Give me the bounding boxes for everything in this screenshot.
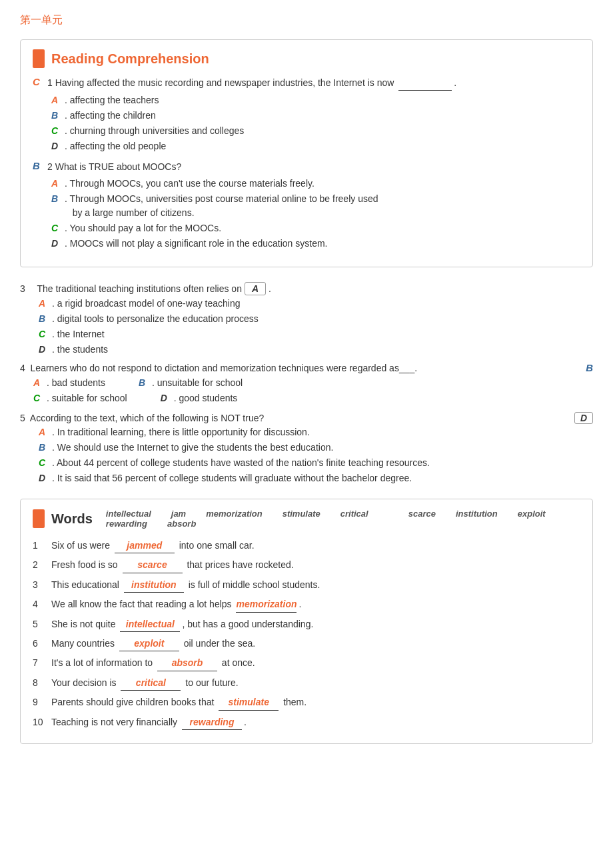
q2-option-c: C . You should pay a lot for the MOOCs. [51,221,580,235]
opt-b-letter: B [139,376,149,390]
ex-text-3: This educational institution is full of … [51,577,320,593]
ex-num-5: 5 [33,619,51,629]
word-ex-7: 7 It's a lot of information to absorb at… [33,655,580,671]
vocab-institution: institution [456,509,498,519]
q3-option-a: A . a rigid broadcast model of one-way t… [39,297,593,311]
q1-answer: C [33,76,45,87]
q1-option-d: D . affecting the old people [51,139,580,153]
opt-c-letter: C [39,327,49,341]
q4-option-c: C . suitable for school [33,391,127,405]
ex-num-4: 4 [33,599,51,609]
q4-answer: B [586,362,593,373]
opt-a-letter: A [51,177,62,191]
ex-text-10: Teaching is not very financially rewardi… [51,715,247,730]
q1-options: A . affecting the teachers B . affecting… [51,93,580,153]
opt-d-letter: D [51,237,62,251]
q4-option-a: A . bad students [33,376,105,390]
opt-b-text: . unsuitable for school [152,376,243,390]
q1-stem-text: 1 Having affected the music recording an… [47,76,456,91]
opt-c-text: . You should pay a lot for the MOOCs. [65,221,221,235]
ex-text-9: Parents should give children books that … [51,695,306,710]
word-ex-4: 4 We all know the fact that reading a lo… [33,597,580,612]
ex-fill-3: institution [124,577,184,593]
ex-num-1: 1 [33,540,51,551]
opt-d-text: . the students [52,343,108,357]
word-ex-10: 10 Teaching is not very financially rewa… [33,715,580,730]
opt-d-text: . good students [174,391,238,405]
opt-a-text: . a rigid broadcast model of one-way tea… [52,297,241,311]
ex-fill-5: intellectual [120,617,180,632]
chinese-title: 第一单元 [20,13,593,27]
question-4: 4 Learners who do not respond to dictati… [20,362,593,407]
q5-option-b: B . We should use the Internet to give t… [39,441,593,455]
reading-section: Reading Comprehension C 1 Having affecte… [20,39,593,267]
words-title: Words [51,511,93,527]
opt-d-text: . It is said that 56 percent of college … [52,471,412,485]
q1-option-a: A . affecting the teachers [51,93,580,107]
opt-a-letter: A [33,376,44,390]
q5-option-c: C . About 44 percent of college students… [39,456,593,470]
q4-options-2: C . suitable for school D . good student… [33,391,593,407]
opt-b-text: . We should use the Internet to give the… [52,441,333,455]
vocab-memorization: memorization [206,509,263,519]
vocab-absorb: absorb [167,519,196,529]
opt-c-text: . suitable for school [47,391,127,405]
opt-a-text: . bad students [47,376,105,390]
opt-b-text: . affecting the children [65,109,156,123]
ex-fill-6: exploit [119,636,179,651]
ex-num-2: 2 [33,559,51,570]
q5-options: A . In traditional learning, there is li… [39,425,593,485]
vocab-scarce: scarce [408,509,436,519]
question-2: B 2 What is TRUE about MOOCs? A . Throug… [33,160,580,251]
opt-c-letter: C [51,124,62,138]
q4-stem: 4 Learners who do not respond to dictati… [20,363,417,373]
opt-b-text: . digital tools to personalize the educa… [52,312,259,326]
vocab-exploit: exploit [518,509,546,519]
question-3: 3 The traditional teaching institutions … [20,282,593,357]
vocab-critical: critical [340,509,368,519]
ex-num-8: 8 [33,677,51,688]
opt-a-text: . In traditional learning, there is litt… [52,425,310,439]
words-vocab: intellectual jam memorization stimulate … [106,509,580,529]
ex-text-6: Many countries exploit oil under the sea… [51,636,255,651]
opt-b-letter: B [51,192,62,206]
q2-stem-row: B 2 What is TRUE about MOOCs? [33,160,580,174]
q5-stem: 5 According to the text, which of the fo… [20,413,264,423]
opt-c-letter: C [51,221,62,235]
vocab-rewarding: rewarding [106,519,147,529]
ex-num-6: 6 [33,638,51,649]
questions-3-5-section: 3 The traditional teaching institutions … [20,282,593,485]
q2-options: A . Through MOOCs, you can't use the cou… [51,177,580,251]
opt-a-text: . Through MOOCs, you can't use the cours… [65,177,314,191]
section-header: Reading Comprehension [33,49,580,68]
q3-answer: A [245,282,266,295]
q3-num: 3 [20,283,32,294]
ex-text-2: Fresh food is so scarce that prices have… [51,557,294,573]
word-ex-3: 3 This educational institution is full o… [33,577,580,593]
q1-stem-row: C 1 Having affected the music recording … [33,76,580,91]
opt-b-letter: B [39,441,49,455]
ex-fill-8: critical [121,675,181,691]
words-header: Words intellectual jam memorization stim… [33,509,580,529]
opt-d-letter: D [39,343,49,357]
opt-a-letter: A [39,425,49,439]
ex-fill-7: absorb [157,655,217,671]
ex-num-3: 3 [33,579,51,590]
ex-fill-1: jammed [115,538,175,553]
word-ex-1: 1 Six of us were jammed into one small c… [33,538,580,553]
q4-option-d: D . good students [161,391,238,405]
ex-text-8: Your decision is critical to our future. [51,675,239,691]
word-ex-2: 2 Fresh food is so scarce that prices ha… [33,557,580,573]
ex-fill-9: stimulate [219,695,279,710]
q2-option-b: B . Through MOOCs, universities post cou… [51,192,580,220]
q4-option-b: B . unsuitable for school [139,376,243,390]
q5-option-a: A . In traditional learning, there is li… [39,425,593,439]
opt-a-text: . affecting the teachers [65,93,159,107]
opt-c-text: . About 44 percent of college students h… [52,456,430,470]
opt-c-text: . the Internet [52,327,105,341]
q3-option-d: D . the students [39,343,593,357]
opt-b-letter: B [51,109,62,123]
word-ex-9: 9 Parents should give children books tha… [33,695,580,710]
opt-d-letter: D [51,139,62,153]
ex-fill-2: scarce [123,557,183,573]
